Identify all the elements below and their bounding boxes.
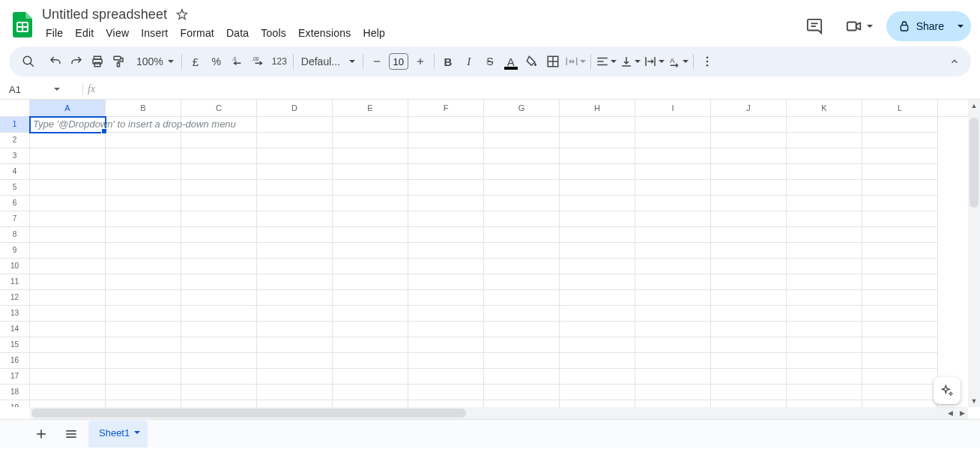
cell[interactable] xyxy=(30,259,106,274)
explore-button[interactable] xyxy=(934,377,961,404)
cell[interactable] xyxy=(408,196,484,211)
cell[interactable] xyxy=(560,259,635,274)
cell[interactable] xyxy=(408,211,484,227)
cell[interactable] xyxy=(560,337,635,353)
cell[interactable] xyxy=(333,148,408,164)
cell[interactable] xyxy=(560,243,635,259)
cell[interactable] xyxy=(862,385,938,400)
column-header[interactable]: G xyxy=(484,100,560,116)
cell[interactable] xyxy=(106,337,181,353)
cell[interactable] xyxy=(257,385,333,400)
cell[interactable] xyxy=(635,117,711,133)
undo-button[interactable] xyxy=(45,51,66,72)
italic-button[interactable]: I xyxy=(459,51,480,72)
cell[interactable] xyxy=(560,117,635,133)
cell[interactable] xyxy=(333,290,408,306)
share-dropdown[interactable] xyxy=(955,25,971,28)
cell[interactable] xyxy=(408,306,484,322)
cell[interactable] xyxy=(862,274,938,290)
cell[interactable] xyxy=(635,164,711,180)
more-formats-button[interactable]: 123 xyxy=(269,51,290,72)
horizontal-align-button[interactable] xyxy=(594,51,618,72)
increase-font-size-button[interactable] xyxy=(410,51,431,72)
cell[interactable] xyxy=(635,180,711,196)
cell[interactable] xyxy=(635,133,711,148)
cell[interactable] xyxy=(257,290,333,306)
cell[interactable] xyxy=(408,322,484,337)
scroll-down-arrow[interactable]: ▼ xyxy=(968,395,980,407)
font-size-input[interactable] xyxy=(389,53,408,70)
cell[interactable] xyxy=(862,400,938,407)
cell[interactable] xyxy=(484,322,560,337)
menu-help[interactable]: Help xyxy=(358,25,391,41)
cell[interactable] xyxy=(560,211,635,227)
strikethrough-button[interactable]: S xyxy=(480,51,500,72)
cell[interactable] xyxy=(635,148,711,164)
cell[interactable] xyxy=(408,133,484,148)
row-header[interactable]: 1 xyxy=(0,117,30,133)
cell[interactable] xyxy=(787,180,862,196)
cell[interactable] xyxy=(711,211,787,227)
cell[interactable] xyxy=(787,274,862,290)
select-all-corner[interactable] xyxy=(0,100,30,116)
row-header[interactable]: 11 xyxy=(0,274,30,290)
cell[interactable] xyxy=(257,117,333,133)
cell[interactable] xyxy=(257,322,333,337)
cell[interactable] xyxy=(106,306,181,322)
cell[interactable] xyxy=(560,196,635,211)
cell[interactable] xyxy=(333,306,408,322)
cell[interactable] xyxy=(30,385,106,400)
cell[interactable] xyxy=(711,400,787,407)
cell[interactable] xyxy=(711,148,787,164)
cell[interactable] xyxy=(635,322,711,337)
add-sheet-button[interactable] xyxy=(28,423,54,445)
cell[interactable] xyxy=(787,227,862,243)
cell[interactable] xyxy=(862,196,938,211)
cell[interactable] xyxy=(181,196,257,211)
row-header[interactable]: 8 xyxy=(0,227,30,243)
cell[interactable] xyxy=(30,227,106,243)
cell[interactable] xyxy=(484,227,560,243)
cell[interactable] xyxy=(560,180,635,196)
increase-decimal-button[interactable]: .00 xyxy=(248,51,269,72)
cell[interactable] xyxy=(862,117,938,133)
cell[interactable] xyxy=(862,337,938,353)
document-title[interactable]: Untitled spreadsheet xyxy=(42,7,167,22)
column-header[interactable]: J xyxy=(711,100,787,116)
cell[interactable] xyxy=(333,243,408,259)
cell[interactable] xyxy=(862,353,938,369)
cell[interactable] xyxy=(106,385,181,400)
cell[interactable] xyxy=(635,259,711,274)
cell[interactable] xyxy=(484,211,560,227)
cell[interactable] xyxy=(787,385,862,400)
meet-button[interactable] xyxy=(838,11,877,41)
cell[interactable] xyxy=(257,148,333,164)
cell[interactable] xyxy=(181,353,257,369)
cell[interactable] xyxy=(181,227,257,243)
cell[interactable] xyxy=(560,227,635,243)
vertical-scrollbar[interactable]: ▲ ▼ xyxy=(968,100,980,407)
cell[interactable] xyxy=(635,274,711,290)
cell[interactable] xyxy=(333,369,408,385)
cell[interactable] xyxy=(181,164,257,180)
cell[interactable] xyxy=(862,133,938,148)
cell[interactable] xyxy=(711,369,787,385)
cell[interactable] xyxy=(106,211,181,227)
cell[interactable] xyxy=(30,274,106,290)
cell[interactable] xyxy=(30,164,106,180)
borders-button[interactable] xyxy=(542,51,563,72)
cell[interactable] xyxy=(711,385,787,400)
cell[interactable] xyxy=(711,196,787,211)
row-header[interactable]: 13 xyxy=(0,306,30,322)
column-header[interactable]: K xyxy=(787,100,862,116)
column-header[interactable]: A xyxy=(30,100,106,116)
cell[interactable] xyxy=(484,369,560,385)
cell[interactable] xyxy=(408,400,484,407)
cell[interactable] xyxy=(635,337,711,353)
fill-color-button[interactable] xyxy=(521,51,542,72)
cell[interactable] xyxy=(333,164,408,180)
cell[interactable] xyxy=(333,211,408,227)
name-box[interactable] xyxy=(6,84,48,95)
cell[interactable] xyxy=(106,133,181,148)
cell[interactable] xyxy=(106,164,181,180)
